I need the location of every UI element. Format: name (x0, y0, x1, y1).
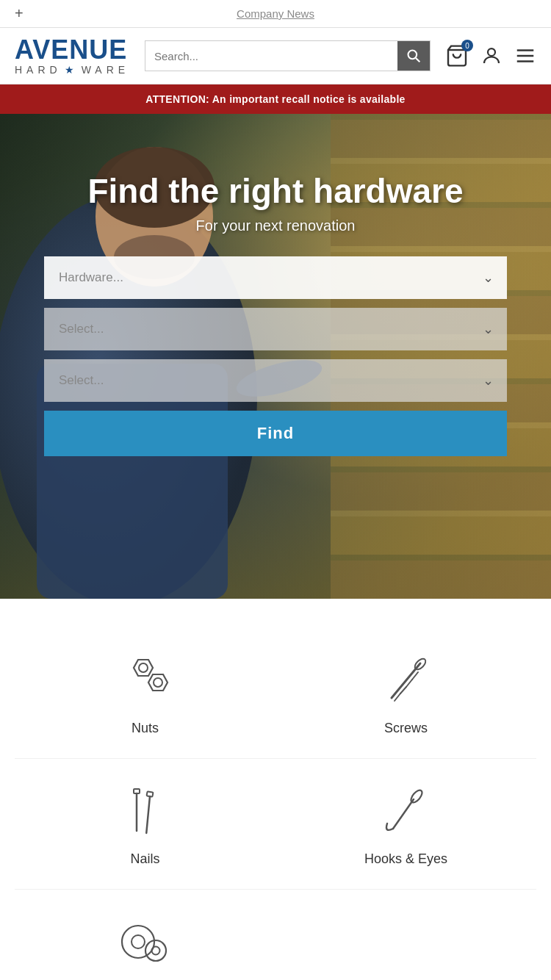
hardware-select-wrapper: Hardware... Fasteners Tools Plumbing Ele… (44, 256, 507, 299)
washers-icon (116, 912, 175, 970)
logo[interactable]: AVENUE HARD★WARE (15, 37, 136, 75)
search-button[interactable] (397, 41, 430, 71)
attention-text: ATTENTION: An important recall notice is… (145, 93, 405, 105)
category-washers[interactable]: Washers (15, 890, 276, 980)
hooks-eyes-label: Hooks & Eyes (364, 851, 447, 867)
find-form: Hardware... Fasteners Tools Plumbing Ele… (22, 256, 529, 456)
category-nails[interactable]: Nails (15, 759, 276, 890)
user-icon-wrapper[interactable] (480, 45, 503, 67)
hero-section: Find the right hardware For your next re… (0, 114, 551, 599)
category-nuts[interactable]: Nuts (15, 628, 276, 759)
top-bar: + Company News (0, 0, 551, 28)
cart-badge: 0 (461, 40, 473, 51)
nails-icon (116, 781, 175, 840)
nuts-icon (116, 650, 175, 709)
categories-section: Nuts Screws (0, 599, 551, 980)
screws-label: Screws (384, 721, 428, 736)
screws-icon (377, 650, 436, 709)
menu-icon-wrapper[interactable] (514, 45, 536, 67)
logo-hardware: HARD★WARE (15, 65, 136, 75)
subcategory-select[interactable]: Select... Option 1 Option 2 (44, 308, 507, 350)
cart-icon-wrapper[interactable]: 0 (445, 44, 469, 68)
header: AVENUE HARD★WARE 0 (0, 28, 551, 84)
nuts-label: Nuts (132, 721, 159, 736)
svg-marker-13 (134, 660, 153, 676)
hardware-select[interactable]: Hardware... Fasteners Tools Plumbing Ele… (44, 256, 507, 299)
svg-point-0 (408, 51, 417, 60)
company-news-link[interactable]: Company News (237, 7, 314, 20)
header-icons: 0 (445, 44, 536, 68)
svg-line-27 (393, 799, 414, 829)
hero-content: Find the right hardware For your next re… (0, 173, 551, 456)
svg-line-26 (143, 796, 153, 833)
svg-point-14 (139, 663, 148, 672)
svg-marker-15 (148, 674, 168, 691)
detail-select[interactable]: Select... Option 1 Option 2 (44, 359, 507, 402)
svg-point-3 (488, 48, 495, 56)
svg-line-1 (416, 58, 419, 62)
svg-point-28 (409, 788, 425, 804)
select3-wrapper: Select... Option 1 Option 2 ⌄ (44, 359, 507, 402)
nails-label: Nails (130, 851, 159, 867)
svg-point-16 (154, 678, 162, 687)
category-hooks-eyes[interactable]: Hooks & Eyes (276, 759, 536, 890)
svg-point-31 (145, 940, 166, 961)
logo-avenue: AVENUE (15, 37, 136, 63)
attention-banner[interactable]: ATTENTION: An important recall notice is… (0, 84, 551, 114)
hooks-eyes-icon (377, 781, 436, 840)
search-container (145, 40, 431, 71)
svg-point-32 (152, 946, 160, 954)
svg-point-30 (132, 935, 145, 948)
search-input[interactable] (145, 41, 397, 71)
plus-icon[interactable]: + (15, 5, 24, 22)
category-screws[interactable]: Screws (276, 628, 536, 759)
hero-title: Find the right hardware (22, 173, 529, 210)
categories-grid: Nuts Screws (15, 628, 536, 980)
hero-subtitle: For your next renovation (22, 217, 529, 234)
find-button[interactable]: Find (44, 411, 507, 456)
select2-wrapper: Select... Option 1 Option 2 ⌄ (44, 308, 507, 350)
logo-star: ★ (65, 65, 79, 75)
